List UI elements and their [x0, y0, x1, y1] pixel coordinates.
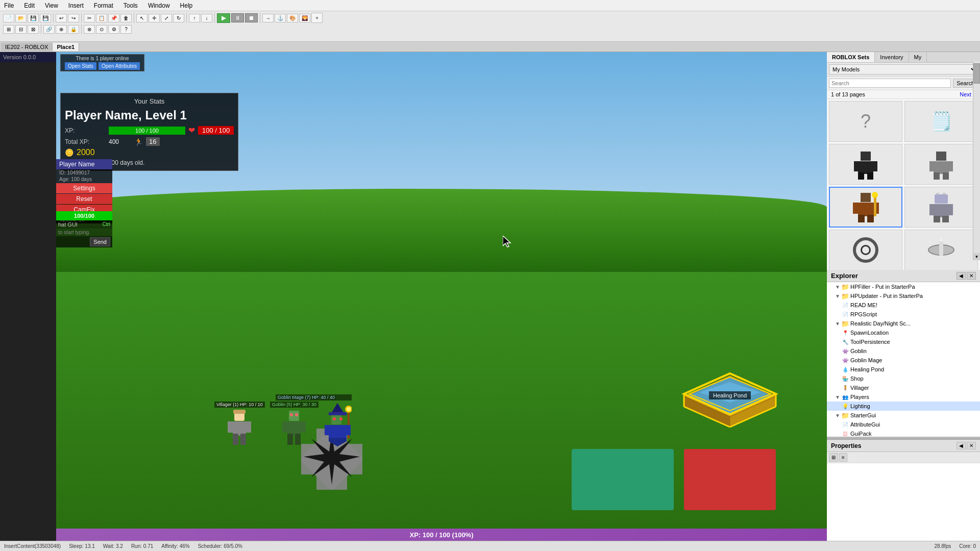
tree-villager[interactable]: 🧍 Villager: [827, 383, 980, 392]
ti-expand-0[interactable]: ▼: [835, 284, 841, 290]
model-item-3[interactable]: [829, 144, 902, 185]
toolbar-smooth[interactable]: ⊙: [96, 25, 107, 34]
model-item-8[interactable]: [904, 230, 978, 270]
toolbar-weld[interactable]: ⊗: [84, 25, 95, 34]
toolbar-lock[interactable]: 🔒: [68, 25, 79, 34]
toolbar-help2[interactable]: ?: [120, 25, 132, 34]
props-close-btn[interactable]: ✕: [967, 442, 976, 449]
tab-inventory[interactable]: Inventory: [875, 52, 909, 62]
tree-healingpond[interactable]: 💧 Healing Pond: [827, 365, 980, 374]
my-models-select[interactable]: My Models: [829, 64, 978, 74]
game-viewport[interactable]: Healing Pond Goblin Mage (7) HP: 40 / 40…: [56, 52, 827, 541]
tree-spawnloc[interactable]: 📍 SpawnLocation: [827, 328, 980, 337]
right-panel: ROBLOX Sets Inventory My My Models Searc…: [827, 52, 980, 541]
open-attributes-button[interactable]: Open Attributes: [99, 62, 140, 70]
menu-help[interactable]: Help: [178, 2, 195, 9]
toolbar-snap[interactable]: ⊞: [3, 25, 14, 34]
toolbar-up[interactable]: ↑: [189, 14, 200, 22]
tree-goblin[interactable]: 👾 Goblin: [827, 346, 980, 356]
reset-button[interactable]: Reset: [56, 194, 112, 204]
models-scrollbar[interactable]: ▼: [973, 61, 980, 260]
toolbar-undo[interactable]: ↩: [56, 14, 67, 22]
toolbar-save-alt[interactable]: 💾: [40, 14, 51, 22]
model-item-7[interactable]: [829, 230, 902, 270]
menu-view[interactable]: View: [43, 2, 60, 9]
toolbar-cut[interactable]: ✂: [84, 14, 95, 22]
toolbar-group[interactable]: ⊕: [56, 25, 67, 34]
scroll-down-btn[interactable]: ▼: [973, 253, 980, 260]
ti-expand-1[interactable]: ▼: [835, 293, 841, 299]
ti-expand-14[interactable]: ▼: [835, 413, 841, 418]
tab-ie202[interactable]: IE202 - ROBLOX: [1, 43, 53, 51]
toolbar-copy[interactable]: 📋: [96, 14, 107, 22]
tab-roblox-sets[interactable]: ROBLOX Sets: [827, 52, 875, 62]
model-item-2[interactable]: 🗒️: [904, 101, 978, 142]
toolbar-save[interactable]: 💾: [28, 14, 39, 22]
goblin-char: Goblin (5) HP: 30 / 30: [270, 402, 318, 449]
tab-place1[interactable]: Place1: [53, 43, 79, 51]
tree-toolpersistence[interactable]: 🔧 ToolPersistence: [827, 337, 980, 346]
search-input[interactable]: [829, 79, 951, 88]
tree-hpupdater[interactable]: ▼ 📁 HPUpdater - Put in StarterPa: [827, 291, 980, 300]
toolbar-plugin[interactable]: ⚙: [108, 25, 119, 34]
toolbar-anchor[interactable]: ⚓: [275, 14, 286, 22]
props-filter-btn[interactable]: ⊞: [829, 453, 838, 462]
menu-file[interactable]: File: [2, 2, 16, 9]
open-stats-button[interactable]: Open Stats: [65, 62, 96, 70]
tree-hpfiller[interactable]: ▼ 📁 HPFiller - Put in StarterPa: [827, 282, 980, 291]
scroll-thumb[interactable]: [973, 63, 980, 84]
toolbar-select[interactable]: ↖: [136, 14, 148, 22]
ti-expand-12[interactable]: ▼: [835, 394, 841, 400]
toolbar-paste[interactable]: 📌: [108, 14, 119, 22]
status-core: Core: 0: [959, 543, 976, 549]
tree-players[interactable]: ▼ 👥 Players: [827, 392, 980, 402]
menu-window[interactable]: Window: [146, 2, 172, 9]
menu-format[interactable]: Format: [92, 2, 115, 9]
tree-shop[interactable]: 🏪 Shop: [827, 374, 980, 383]
toolbar-open[interactable]: 📂: [15, 14, 27, 22]
tree-lighting[interactable]: 💡 Lighting: [827, 402, 980, 411]
settings-button[interactable]: Settings: [56, 183, 112, 193]
ti-icon-healingpond: 💧: [841, 365, 849, 373]
toolbar-new[interactable]: 📄: [3, 14, 14, 22]
tree-goblinmage[interactable]: 👾 Goblin Mage: [827, 356, 980, 365]
toolbar-grid[interactable]: ⊟: [15, 25, 27, 34]
menu-tools[interactable]: Tools: [121, 2, 140, 9]
tree-startergui[interactable]: ▼ 📁 StarterGui: [827, 411, 980, 420]
tree-attributegui[interactable]: 📄 AttributeGui: [827, 420, 980, 429]
toolbar-joint[interactable]: 🔗: [43, 25, 55, 34]
tree-readme[interactable]: 📄 READ ME!: [827, 300, 980, 310]
model-item-4[interactable]: [904, 144, 978, 185]
menu-edit[interactable]: Edit: [22, 2, 37, 9]
explorer-pin-btn[interactable]: ◀: [957, 272, 966, 280]
toolbar-delete[interactable]: 🗑: [120, 14, 132, 22]
stop-button[interactable]: ⏹: [245, 13, 258, 22]
toolbar-down[interactable]: ↓: [201, 14, 212, 22]
model-item-5[interactable]: [829, 187, 902, 228]
ti-expand-4[interactable]: ▼: [835, 321, 841, 327]
props-sort-btn[interactable]: ≡: [839, 453, 847, 462]
props-pin-btn[interactable]: ◀: [957, 442, 966, 449]
toolbar-resize[interactable]: ⤢: [161, 14, 172, 22]
toolbar-redo[interactable]: ↪: [68, 14, 79, 22]
pause-button[interactable]: ⏸: [231, 13, 244, 22]
toolbar-rotate[interactable]: ↻: [173, 14, 184, 22]
tree-guipack[interactable]: 🖼 GuiPack: [827, 429, 980, 437]
send-button[interactable]: Send: [90, 237, 110, 246]
toolbar-move-tool[interactable]: →: [262, 14, 274, 22]
toolbar-paint[interactable]: 🎨: [287, 14, 298, 22]
tab-my[interactable]: My: [909, 52, 927, 62]
tree-rpgscript[interactable]: 📄 RPGScript: [827, 310, 980, 319]
model-thumb-4: [926, 149, 957, 180]
model-item-6[interactable]: [904, 187, 978, 228]
explorer-close-btn[interactable]: ✕: [967, 272, 976, 280]
toolbar-insert-part[interactable]: ＋: [311, 13, 323, 23]
model-item-1[interactable]: ?: [829, 101, 902, 142]
menu-insert[interactable]: Insert: [66, 2, 86, 9]
status-affinity: Affinity: 46%: [161, 543, 189, 549]
toolbar-align[interactable]: ⊠: [28, 25, 39, 34]
tree-daynight[interactable]: ▼ 📁 Realistic Day/Night Sc...: [827, 319, 980, 328]
play-button[interactable]: ▶: [217, 13, 230, 23]
toolbar-move[interactable]: ✛: [149, 14, 160, 22]
toolbar-terrain[interactable]: 🌄: [299, 14, 310, 22]
